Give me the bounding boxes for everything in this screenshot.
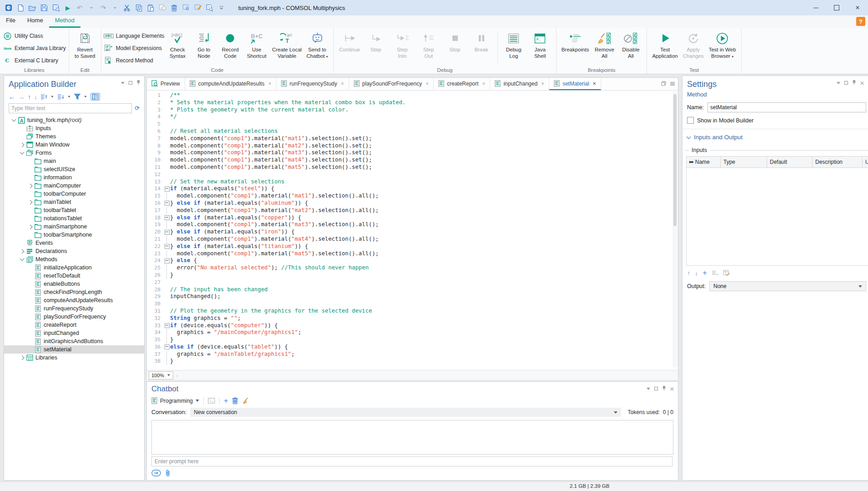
zoom-level-dropdown[interactable]: 100% (149, 371, 173, 380)
redo-button[interactable]: ↷ (98, 3, 108, 13)
column-header-description[interactable]: Description (813, 157, 863, 167)
fold-marker-icon[interactable] (164, 344, 170, 351)
model-expressions-button[interactable]: a=Model Expressions (104, 43, 165, 54)
fold-marker-icon[interactable] (164, 257, 170, 264)
tree-item-methods[interactable]: Methods (4, 255, 144, 263)
close-tab-icon[interactable]: × (541, 81, 544, 87)
tree-item-main[interactable]: main (4, 157, 144, 165)
fold-marker-icon[interactable] (164, 200, 170, 207)
move-node-up-icon[interactable]: ↑ (28, 94, 31, 100)
tree-item-main-window[interactable]: Main Window (4, 141, 144, 149)
utility-class-button[interactable]: Utility Class (3, 30, 66, 41)
check-syntax-button[interactable]: [ABC]CheckSyntax (164, 30, 191, 60)
inputs-table[interactable]: ▶▶NameTypeDefaultDescriptionUnit (686, 156, 868, 266)
external-java-library-button[interactable]: JavaExternal Java Library (3, 43, 66, 54)
tree-item-enablebuttons[interactable]: enableButtons (4, 280, 144, 288)
tree-item-setmaterial[interactable]: setMaterial (4, 345, 144, 354)
tree-item-computeandupdateresults[interactable]: computeAndUpdateResults (4, 296, 144, 304)
close-panel-icon[interactable]: ✕ (860, 80, 864, 86)
code-editor[interactable]: 1/**2* Sets the material properties when… (147, 91, 678, 370)
panel-menu-icon[interactable] (647, 388, 650, 390)
tree-item-information[interactable]: information (4, 173, 144, 182)
pin-panel-icon[interactable] (662, 385, 666, 392)
language-elements-button[interactable]: ABCLanguage Elements (104, 30, 165, 41)
add-input[interactable]: + (702, 269, 707, 277)
expander-open-icon[interactable] (18, 258, 25, 260)
expander-closed-icon[interactable] (26, 201, 34, 204)
undo-dropdown-button[interactable] (86, 3, 96, 13)
pin-panel-icon[interactable] (136, 80, 140, 86)
editor-tab-preview[interactable]: Preview (147, 78, 185, 90)
revert-to-saved-button[interactable]: Revertto Saved (72, 30, 98, 60)
close-tab-icon[interactable]: × (593, 81, 596, 87)
menu-tab-file[interactable]: File (0, 15, 21, 28)
float-panel-icon[interactable] (844, 80, 848, 86)
tree-item-runfrequencystudy[interactable]: runFrequencyStudy (4, 304, 144, 313)
close-panel-icon[interactable]: ✕ (670, 386, 674, 392)
tree-filter-input[interactable] (9, 103, 132, 113)
copy-button[interactable] (134, 3, 144, 13)
tree-item-initializeapplication[interactable]: initializeApplication (4, 263, 144, 272)
record-code-button[interactable]: RecordCode (217, 30, 243, 60)
new-file-button[interactable] (15, 3, 25, 13)
tree-item-tuning-fork-mph[interactable]: Atuning_fork.mph (root) (4, 116, 144, 124)
preview-document-button[interactable] (205, 3, 215, 13)
close-tab-icon[interactable]: × (482, 81, 485, 87)
column-header-name[interactable]: ▶▶Name (687, 157, 721, 167)
test-application-button[interactable]: TestApplication (650, 30, 680, 60)
close-tab-icon[interactable]: × (268, 81, 271, 87)
expander-closed-icon[interactable] (18, 250, 25, 253)
refresh-icon[interactable]: ⟳ (135, 105, 140, 111)
editor-tab-computeandupdateresults[interactable]: computeAndUpdateResults× (185, 78, 276, 90)
chat-prompt-input[interactable] (151, 456, 672, 466)
tree-item-events[interactable]: Events (4, 239, 144, 247)
tree-item-forms[interactable]: Forms (4, 149, 144, 157)
tree-item-maintablet[interactable]: mainTablet (4, 198, 144, 206)
delete-conversation[interactable] (232, 397, 238, 404)
inputs-table-body[interactable] (687, 168, 868, 265)
tree-item-selectuisize[interactable]: selectUISize (4, 165, 144, 173)
collapse-ribbon-button[interactable] (216, 3, 226, 13)
record-method-button[interactable]: Record Method (104, 55, 165, 66)
select-region-button[interactable] (181, 3, 191, 13)
debug-log-button[interactable]: DebugLog (501, 30, 527, 60)
tree-item-libraries[interactable]: Libraries (4, 354, 144, 362)
tree-item-createreport[interactable]: createReport (4, 321, 144, 329)
editor-tab-setmaterial[interactable]: setMaterial× (549, 78, 601, 90)
java-shell-button[interactable]: >_JavaShell (527, 30, 553, 60)
paste-button[interactable] (146, 3, 156, 13)
fold-marker-icon[interactable] (164, 214, 170, 222)
editor-tab-runfrequencystudy[interactable]: runFrequencyStudy× (276, 78, 349, 90)
show-in-model-builder-checkbox[interactable]: Show in Model Builder (682, 112, 868, 124)
maximize-button[interactable] (826, 0, 847, 15)
tree-item-checkfindpronglength[interactable]: checkFindProngLength (4, 288, 144, 296)
disable-all-button[interactable]: DisableAll (617, 30, 644, 60)
run-button[interactable]: ▶ (63, 3, 73, 13)
use-shortcut-button[interactable]: B+CUseShortcut (243, 30, 270, 60)
navigate-back-icon[interactable]: ← (9, 94, 15, 100)
expander-closed-icon[interactable] (18, 356, 25, 359)
tree-item-inputchanged[interactable]: inputChanged (4, 329, 144, 337)
panel-menu-icon[interactable] (837, 82, 840, 84)
expander-closed-icon[interactable] (18, 143, 25, 147)
send-prompt-icon[interactable] (151, 470, 161, 478)
conversation-dropdown[interactable]: New conversation (190, 408, 621, 417)
column-header-default[interactable]: Default (767, 157, 813, 167)
restore-editor-icon[interactable] (661, 81, 666, 87)
tree-item-playsoundforfrequency[interactable]: playSoundForFrequency (4, 313, 144, 321)
editor-menu-icon[interactable] (670, 81, 675, 87)
inputs-and-output-section-header[interactable]: Inputs and Output (682, 129, 868, 141)
test-in-web-browser-button[interactable]: Test in WebBrowser▾ (707, 30, 738, 61)
close-button[interactable]: ✕ (847, 0, 868, 15)
fold-marker-icon[interactable] (164, 228, 170, 236)
save-button[interactable] (39, 3, 49, 13)
tree-item-themes[interactable]: Themes (4, 132, 144, 141)
show-editor-toggle-icon[interactable] (90, 93, 100, 101)
fold-marker-icon[interactable] (164, 322, 170, 329)
chatbot-mode-dropdown[interactable]: Programming (151, 397, 199, 404)
navigate-forward-icon[interactable]: → (18, 94, 25, 100)
delete-button[interactable] (169, 3, 179, 13)
expander-closed-icon[interactable] (26, 225, 34, 228)
send-to-chatbot-button[interactable]: Send toChatbot▾ (304, 30, 331, 61)
menu-tab-home[interactable]: Home (21, 15, 49, 28)
